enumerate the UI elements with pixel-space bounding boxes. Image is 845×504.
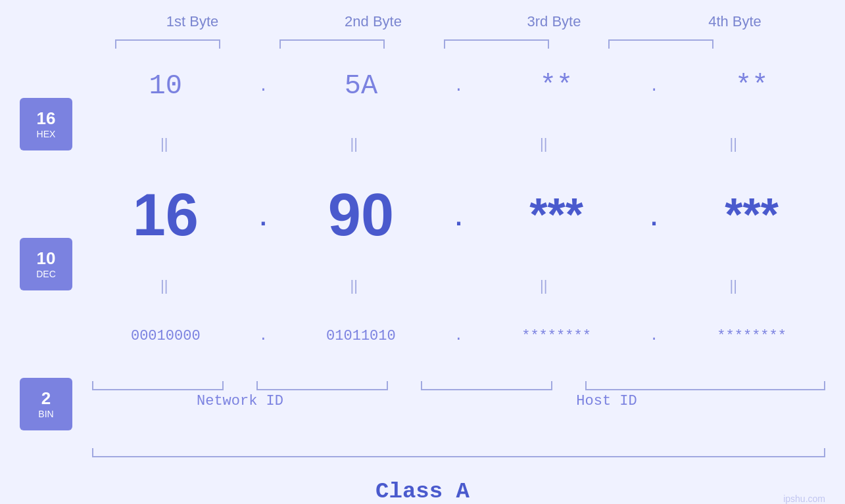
bracket-group-1 bbox=[102, 39, 233, 49]
byte-4-label: 4th Byte bbox=[669, 13, 801, 30]
bin-b3-value: ******** bbox=[521, 328, 591, 344]
hex-dot-2: . bbox=[442, 78, 475, 95]
main-container: 1st Byte 2nd Byte 3rd Byte 4th Byte 16 H… bbox=[0, 0, 845, 504]
bin-dot-2: . bbox=[442, 328, 475, 344]
bottom-labels: Network ID Host ID bbox=[92, 393, 825, 409]
bin-badge: 2 BIN bbox=[20, 378, 72, 430]
bin-b4-cell: ******** bbox=[686, 328, 817, 344]
bin-row: 00010000 . 01011010 . ******** . *******… bbox=[92, 328, 825, 344]
dec-dot-3: . bbox=[638, 206, 671, 244]
dec-badge-num: 10 bbox=[37, 248, 56, 269]
body-area: 16 HEX 10 DEC 2 BIN 10 . 5A bbox=[0, 54, 845, 474]
hex-b2-cell: 5A bbox=[295, 70, 427, 102]
dot-sep-2 bbox=[398, 34, 431, 54]
bin-b4-value: ******** bbox=[717, 328, 786, 344]
net-bracket-left bbox=[92, 381, 224, 390]
hex-dot-1: . bbox=[247, 78, 279, 95]
dec-b2-cell: 90 bbox=[295, 185, 427, 244]
hex-row: 10 . 5A . ** . ** bbox=[92, 70, 825, 102]
byte-headers: 1st Byte 2nd Byte 3rd Byte 4th Byte bbox=[0, 13, 845, 30]
eq-1-b1: || bbox=[99, 135, 230, 152]
host-bracket-right bbox=[585, 381, 825, 390]
dot-sep-3 bbox=[562, 34, 595, 54]
dec-dot-1: . bbox=[247, 206, 279, 244]
bracket-line-2 bbox=[279, 39, 385, 49]
byte-1-label: 1st Byte bbox=[127, 13, 258, 30]
bin-dot-3: . bbox=[638, 328, 671, 344]
eq-1-b3: || bbox=[478, 135, 610, 152]
dec-dot-2: . bbox=[442, 206, 475, 244]
hex-b3-value: ** bbox=[540, 70, 573, 102]
network-id-label: Network ID bbox=[92, 393, 388, 409]
bin-b2-cell: 01011010 bbox=[295, 328, 427, 344]
bin-b1-cell: 00010000 bbox=[100, 328, 231, 344]
bracket-group-2 bbox=[266, 39, 398, 49]
eq-2-b3: || bbox=[478, 277, 610, 294]
bottom-brackets bbox=[92, 381, 825, 390]
overall-bracket bbox=[92, 448, 825, 457]
eq-2-b1: || bbox=[99, 277, 230, 294]
hex-b4-cell: ** bbox=[686, 70, 817, 102]
hex-dot-3: . bbox=[638, 78, 671, 95]
dec-row: 16 . 90 . *** . *** bbox=[92, 185, 825, 244]
badges-column: 16 HEX 10 DEC 2 BIN bbox=[0, 54, 92, 474]
class-label: Class A bbox=[375, 479, 470, 504]
eq-1-b2: || bbox=[288, 135, 420, 152]
equals-row-1: || || || || bbox=[92, 135, 825, 152]
bin-b2-value: 01011010 bbox=[326, 328, 396, 344]
hex-b1-cell: 10 bbox=[100, 70, 231, 102]
dec-b4-value: *** bbox=[725, 192, 779, 238]
hex-badge-num: 16 bbox=[37, 108, 56, 129]
bin-b1-value: 00010000 bbox=[131, 328, 201, 344]
bin-dot-1: . bbox=[247, 328, 279, 344]
byte-2-label: 2nd Byte bbox=[308, 13, 439, 30]
bracket-group-4 bbox=[595, 39, 727, 49]
host-id-label: Host ID bbox=[388, 393, 825, 409]
bin-b3-cell: ******** bbox=[491, 328, 622, 344]
hex-b2-value: 5A bbox=[345, 70, 377, 102]
dec-b1-cell: 16 bbox=[100, 185, 231, 244]
hex-b1-value: 10 bbox=[149, 70, 182, 102]
dec-b4-cell: *** bbox=[686, 192, 817, 238]
bracket-group-3 bbox=[431, 39, 562, 49]
bin-badge-num: 2 bbox=[41, 388, 51, 409]
eq-1-b4: || bbox=[667, 135, 799, 152]
class-row: Class A ipshu.com bbox=[0, 479, 845, 504]
dec-b1-value: 16 bbox=[133, 185, 199, 244]
eq-2-b2: || bbox=[288, 277, 420, 294]
byte-3-label: 3rd Byte bbox=[489, 13, 620, 30]
hex-b4-value: ** bbox=[735, 70, 768, 102]
hex-badge-label: HEX bbox=[37, 129, 56, 139]
dec-badge-label: DEC bbox=[36, 269, 56, 279]
eq-2-b4: || bbox=[667, 277, 799, 294]
bracket-line-1 bbox=[115, 39, 220, 49]
bracket-line-3 bbox=[444, 39, 549, 49]
top-bracket-row bbox=[0, 34, 845, 54]
watermark: ipshu.com bbox=[783, 493, 825, 504]
dec-badge: 10 DEC bbox=[20, 238, 72, 290]
hex-b3-cell: ** bbox=[491, 70, 622, 102]
bin-badge-label: BIN bbox=[38, 409, 53, 419]
net-bracket-right bbox=[256, 381, 388, 390]
bottom-bracket-area: Network ID Host ID bbox=[92, 381, 825, 409]
dec-b3-cell: *** bbox=[491, 192, 622, 238]
dot-sep-1 bbox=[233, 34, 266, 54]
dec-b3-value: *** bbox=[529, 192, 583, 238]
hex-badge: 16 HEX bbox=[20, 98, 72, 150]
equals-row-2: || || || || bbox=[92, 277, 825, 294]
dec-b2-value: 90 bbox=[328, 185, 394, 244]
bracket-line-4 bbox=[608, 39, 713, 49]
content-column: 10 . 5A . ** . ** || || bbox=[92, 54, 845, 474]
host-bracket-left bbox=[421, 381, 552, 390]
